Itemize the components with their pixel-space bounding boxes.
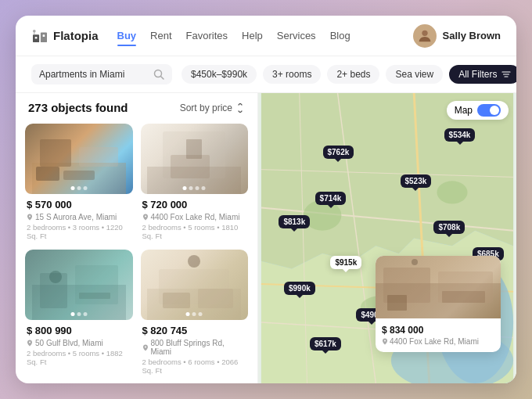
room-illustration (147, 124, 241, 194)
listing-card[interactable]: $ 820 745 800 Bluff Springs Rd, Miami 2 … (141, 250, 249, 376)
map-label: Map (455, 105, 473, 116)
svg-point-60 (412, 259, 418, 265)
logo[interactable]: Flatopia (31, 29, 99, 43)
svg-rect-1 (41, 32, 47, 42)
listings-grid: $ 570 000 15 S Aurora Ave, Miami 2 bedro… (16, 119, 257, 383)
header: Flatopia Buy Rent Favorites Help Service… (16, 16, 516, 56)
map-panel[interactable]: Map (258, 93, 516, 383)
svg-line-8 (161, 77, 164, 80)
filter-price[interactable]: $450k–$990k (182, 65, 257, 84)
nav-buy[interactable]: Buy (117, 27, 137, 45)
svg-rect-17 (63, 171, 95, 180)
price-pin[interactable]: $708k (433, 221, 465, 234)
filter-beds[interactable]: 2+ beds (327, 65, 379, 84)
listing-card[interactable]: $ 570 000 15 S Aurora Ave, Miami 2 bedro… (25, 124, 133, 242)
logo-icon (31, 29, 49, 43)
map-card-price: $ 834 000 (382, 325, 494, 336)
search-input[interactable] (39, 69, 149, 80)
logo-text: Flatopia (53, 29, 99, 42)
room-illustration (147, 250, 241, 320)
listing-details: 2 bedrooms • 3 rooms • 1220 Sq. Ft (27, 223, 131, 240)
listing-card[interactable]: $ 800 990 50 Gulf Blvd, Miami 2 bedrooms… (25, 250, 133, 376)
svg-rect-30 (79, 293, 110, 299)
listing-image (141, 250, 249, 320)
listing-address: 800 Bluff Springs Rd, Miami (142, 339, 247, 356)
svg-point-50 (437, 181, 467, 203)
price-pin[interactable]: $762k (323, 146, 354, 159)
map-popup-card[interactable]: $ 834 000 4400 Fox Lake Rd, Miami (376, 256, 501, 352)
sort-button[interactable]: Sort by price (180, 102, 245, 113)
map-card-image (376, 256, 501, 318)
svg-rect-16 (36, 167, 59, 181)
svg-rect-2 (35, 36, 38, 38)
listing-image (25, 124, 133, 194)
svg-rect-14 (40, 139, 71, 167)
svg-rect-23 (186, 139, 202, 159)
room-illustration (32, 250, 126, 320)
location-icon (27, 340, 33, 347)
map-card-room (376, 256, 501, 318)
nav-favorites[interactable]: Favorites (186, 27, 228, 45)
listing-price: $ 820 745 (142, 325, 247, 336)
listing-address: 15 S Aurora Ave, Miami (27, 213, 131, 221)
nav-rent[interactable]: Rent (150, 27, 171, 45)
listing-price: $ 570 000 (27, 199, 131, 210)
map-card-address: 4400 Fox Lake Rd, Miami (382, 337, 494, 346)
price-pin-highlight[interactable]: $915k (330, 256, 361, 269)
search-input-wrapper[interactable] (31, 64, 172, 84)
listing-image (141, 124, 249, 194)
app-container: Flatopia Buy Rent Favorites Help Service… (16, 16, 516, 383)
listing-price: $ 800 990 (27, 325, 131, 336)
svg-point-6 (422, 30, 427, 35)
nav-help[interactable]: Help (242, 27, 263, 45)
listing-details: 2 bedrooms • 5 rooms • 1882 Sq. Ft (27, 349, 131, 366)
user-area[interactable]: Sally Brown (413, 24, 501, 48)
svg-rect-59 (442, 291, 485, 303)
location-icon (382, 338, 388, 345)
svg-point-29 (49, 271, 62, 283)
map-card-info: $ 834 000 4400 Fox Lake Rd, Miami (376, 318, 501, 352)
svg-point-18 (29, 216, 31, 217)
location-icon (27, 214, 33, 221)
user-name: Sally Brown (443, 30, 501, 41)
listing-details: 2 bedrooms • 5 rooms • 1810 Sq. Ft (142, 223, 247, 240)
main-content: 273 objects found Sort by price (16, 93, 516, 383)
price-pin[interactable]: $714k (315, 192, 347, 205)
svg-rect-36 (163, 293, 190, 308)
room-illustration (32, 124, 126, 194)
listing-address: 4400 Fox Lake Rd, Miami (142, 213, 247, 221)
svg-point-38 (144, 346, 146, 347)
svg-rect-3 (43, 34, 45, 37)
price-pin[interactable]: $813k (279, 215, 310, 228)
svg-point-31 (29, 342, 31, 343)
svg-rect-58 (387, 295, 407, 311)
results-count: 273 objects found (28, 101, 128, 114)
svg-point-35 (188, 255, 200, 268)
svg-point-61 (384, 340, 386, 342)
location-icon (142, 214, 149, 221)
listing-details: 2 bedrooms • 6 rooms • 2066 Sq. Ft (142, 358, 247, 375)
map-toggle[interactable]: Map (447, 101, 509, 120)
main-nav: Buy Rent Favorites Help Services Blog (117, 27, 413, 45)
price-pin[interactable]: $990k (284, 282, 315, 295)
listing-card[interactable]: $ 720 000 4400 Fox Lake Rd, Miami 2 bedr… (141, 124, 249, 242)
filter-view[interactable]: Sea view (386, 65, 443, 84)
listing-address: 50 Gulf Blvd, Miami (27, 339, 131, 347)
price-pin[interactable]: $523k (401, 174, 432, 188)
svg-rect-37 (198, 289, 233, 308)
search-bar: $450k–$990k 3+ rooms 2+ beds Sea view Al… (16, 56, 516, 93)
nav-services[interactable]: Services (277, 27, 316, 45)
price-pin[interactable]: $617k (310, 337, 341, 350)
filter-icon (501, 70, 511, 79)
listing-price: $ 720 000 (142, 199, 247, 210)
toggle-track (477, 104, 501, 117)
nav-blog[interactable]: Blog (330, 27, 350, 45)
svg-rect-5 (34, 31, 34, 34)
search-icon (153, 69, 164, 80)
filter-rooms[interactable]: 3+ rooms (263, 65, 321, 84)
price-pin[interactable]: $534k (444, 128, 476, 142)
avatar (413, 24, 437, 48)
listing-image (25, 250, 133, 320)
filter-pills: $450k–$990k 3+ rooms 2+ beds Sea view Al… (182, 65, 516, 84)
filter-all[interactable]: All Filters (449, 65, 516, 84)
